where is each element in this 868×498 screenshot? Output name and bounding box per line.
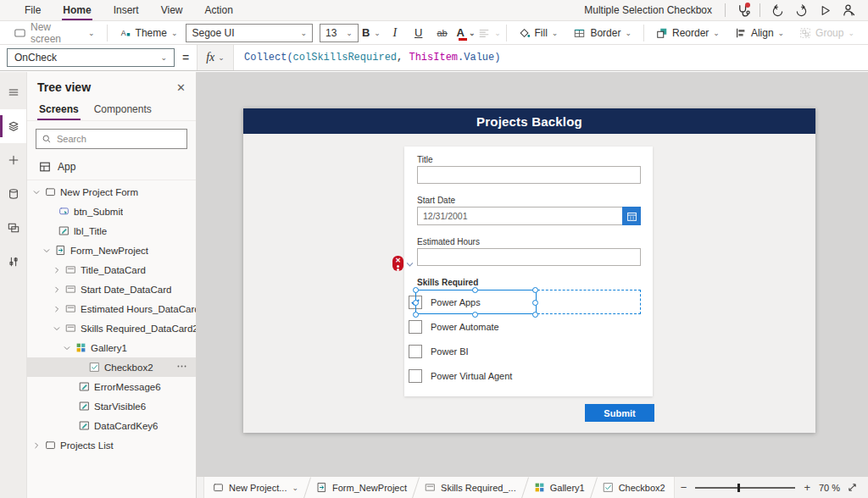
- person-button[interactable]: [837, 1, 860, 19]
- skill-row-power-virtual-agent[interactable]: Power Virtual Agent: [404, 363, 653, 388]
- menu-home[interactable]: Home: [52, 0, 102, 21]
- tree-item-skills-required-datacard2[interactable]: Skills Required_DataCard2: [27, 318, 196, 338]
- submit-button[interactable]: Submit: [585, 404, 654, 422]
- menu-view[interactable]: View: [150, 0, 194, 21]
- formula-token-0: Collect(: [244, 52, 293, 64]
- tab-screens[interactable]: Screens: [37, 99, 81, 120]
- formula-input[interactable]: Collect(colSkillsRequired, ThisItem.Valu…: [234, 45, 868, 70]
- menu-action[interactable]: Action: [194, 0, 244, 21]
- redo-button[interactable]: [790, 1, 812, 19]
- font-color-button[interactable]: A⌄: [455, 23, 477, 43]
- skill-row-power-bi[interactable]: Power BI: [404, 339, 653, 363]
- tab-components[interactable]: Components: [92, 99, 153, 120]
- form-panel[interactable]: Title Start Date Estimated Hours Skills …: [404, 147, 653, 396]
- breadcrumb-new-project-[interactable]: New Project...⌄: [204, 477, 307, 498]
- fill-button[interactable]: Fill⌄: [512, 23, 565, 43]
- chevron-down-icon: [32, 188, 41, 196]
- border-button[interactable]: Border⌄: [566, 23, 638, 43]
- checkbox-unchecked[interactable]: [409, 320, 422, 334]
- tree-item-errormessage6[interactable]: ErrorMessage6: [27, 377, 196, 396]
- tree-item-start-date-datacard[interactable]: Start Date_DataCard: [27, 279, 196, 299]
- breadcrumb-skills-required-[interactable]: Skills Required_...: [416, 477, 525, 498]
- start-date-field: [417, 207, 641, 225]
- rail-media-button[interactable]: [0, 211, 26, 245]
- selection-handle[interactable]: [413, 287, 419, 293]
- chevron-down-icon: [63, 344, 71, 352]
- undo-button[interactable]: [766, 1, 788, 19]
- breadcrumb-checkbox2[interactable]: Checkbox2: [594, 477, 674, 498]
- reorder-button[interactable]: Reorder⌄: [649, 23, 726, 43]
- search-input[interactable]: [57, 134, 181, 144]
- zoom-slider[interactable]: [695, 487, 795, 489]
- formula-token-2: ,: [397, 52, 409, 64]
- tree-item-label: Estimated Hours_DataCard: [81, 304, 196, 314]
- play-button[interactable]: [814, 1, 836, 19]
- breadcrumb-label: Skills Required_...: [441, 483, 516, 493]
- underline-button[interactable]: U: [408, 23, 430, 43]
- tree-item-starvisible6[interactable]: StarVisible6: [27, 396, 196, 416]
- tree-item-projects-list[interactable]: Projects List: [27, 435, 196, 455]
- theme-button[interactable]: A Theme⌄: [113, 23, 185, 43]
- more-options-icon[interactable]: [176, 361, 196, 374]
- font-size-select[interactable]: 13⌄: [320, 24, 359, 42]
- checkbox-unchecked[interactable]: [409, 345, 422, 358]
- close-icon[interactable]: ✕: [176, 81, 186, 94]
- breadcrumb-form-newproject[interactable]: Form_NewProject: [308, 477, 415, 498]
- rail-plus-button[interactable]: [0, 143, 26, 177]
- tree-item-btn-submit[interactable]: btn_Submit: [27, 202, 196, 221]
- screen-header[interactable]: Projects Backlog: [243, 108, 815, 134]
- zoom-in-button[interactable]: +: [802, 481, 812, 494]
- align-button[interactable]: Align⌄: [728, 23, 791, 43]
- app-checker-button[interactable]: [732, 1, 754, 19]
- fx-button[interactable]: fx⌄: [197, 45, 234, 70]
- tree-item-app[interactable]: App: [27, 156, 196, 180]
- text-align-button[interactable]: ⌄: [479, 23, 501, 43]
- rail-data-button[interactable]: [0, 177, 26, 211]
- breadcrumb-label: Checkbox2: [619, 483, 665, 493]
- tree-item-checkbox2[interactable]: Checkbox2: [27, 357, 196, 377]
- property-select[interactable]: OnCheck⌄: [7, 48, 175, 67]
- tree-item-new-project-form[interactable]: New Project Form: [27, 182, 196, 202]
- rail-advanced-tools-button[interactable]: [0, 245, 26, 279]
- rail-tree-view-button[interactable]: [0, 109, 26, 143]
- estimated-hours-input[interactable]: [417, 248, 641, 266]
- font-family-select[interactable]: Segoe UI⌄: [186, 24, 313, 42]
- skill-row-power-apps[interactable]: Power Apps: [404, 290, 653, 314]
- tree-item-title-datacard[interactable]: Title_DataCard: [27, 260, 196, 279]
- calendar-button[interactable]: [622, 207, 641, 225]
- menu-insert[interactable]: Insert: [103, 0, 150, 21]
- selection-handle[interactable]: [472, 287, 478, 293]
- selection-handle[interactable]: [532, 300, 538, 306]
- tree-item-datacardkey6[interactable]: DataCardKey6: [27, 416, 196, 435]
- skill-row-power-automate[interactable]: Power Automate: [404, 314, 653, 339]
- italic-button[interactable]: I: [384, 23, 406, 43]
- canvas[interactable]: Projects Backlog Title Start Date Estima: [197, 72, 868, 476]
- strikethrough-button[interactable]: ab: [431, 23, 453, 43]
- tree-item-label: Start Date_DataCard: [81, 285, 171, 295]
- rail-hamburger-button[interactable]: [0, 75, 26, 109]
- tree-item-gallery1[interactable]: Gallery1: [27, 338, 196, 357]
- zoom-out-button[interactable]: −: [679, 481, 689, 494]
- app-screen[interactable]: Projects Backlog Title Start Date Estima: [243, 108, 815, 433]
- new-screen-button[interactable]: New screen⌄: [7, 23, 102, 43]
- bold-button[interactable]: B⌄: [360, 23, 382, 43]
- group-button[interactable]: Group⌄: [793, 23, 861, 43]
- tree-item-estimated-hours-datacard[interactable]: Estimated Hours_DataCard: [27, 299, 196, 318]
- divider: [760, 3, 760, 17]
- tree-view-title: Tree view: [37, 80, 91, 94]
- selection-handle[interactable]: [532, 287, 538, 293]
- breadcrumb-gallery1[interactable]: Gallery1: [526, 477, 593, 498]
- error-badge-icon[interactable]: ✕: [392, 256, 403, 271]
- fit-to-window-icon[interactable]: [847, 482, 858, 493]
- checkbox-checked[interactable]: [409, 296, 422, 309]
- text-align-icon: [478, 27, 490, 39]
- title-field-input[interactable]: [417, 166, 641, 184]
- error-chevron-icon[interactable]: [405, 260, 415, 269]
- zoom-slider-handle[interactable]: [737, 484, 740, 492]
- tree-item-lbl-title[interactable]: lbl_Title: [27, 221, 196, 241]
- menu-file[interactable]: File: [14, 0, 52, 21]
- svg-text:A: A: [120, 28, 125, 36]
- tree-item-form-newproject[interactable]: Form_NewProject: [27, 241, 196, 260]
- start-date-input[interactable]: [417, 207, 641, 225]
- checkbox-unchecked[interactable]: [409, 369, 422, 383]
